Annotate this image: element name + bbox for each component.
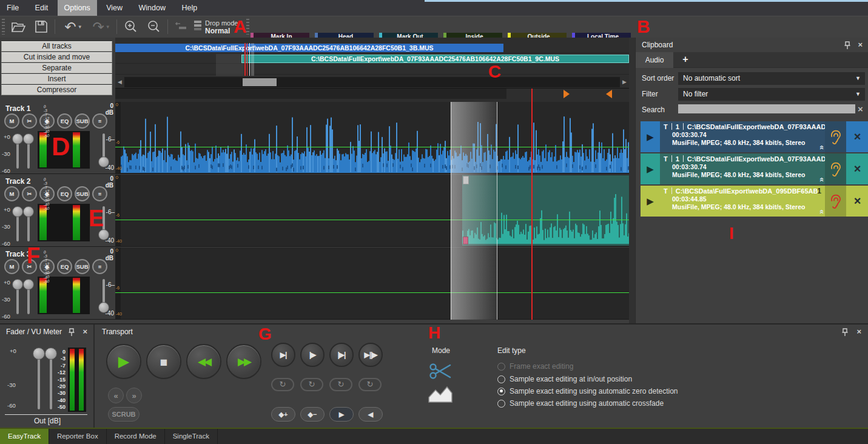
gain-slider-knob[interactable] <box>12 133 23 144</box>
sub-button[interactable]: SUB <box>75 113 90 129</box>
toolbar-grip[interactable] <box>246 19 249 35</box>
zoom-out-button[interactable] <box>144 18 164 36</box>
remove-item-button[interactable]: × <box>846 153 868 184</box>
radio-sample-exact-zero-detect[interactable]: Sample exact editing using automatic zer… <box>497 386 678 397</box>
add-marker-button[interactable]: ◆+ <box>271 407 295 422</box>
mark-in-flag[interactable] <box>564 90 570 98</box>
radio-sample-exact-crossfade[interactable]: Sample exact editing using automatic cro… <box>497 398 664 409</box>
skip-back-button[interactable]: « <box>108 388 124 403</box>
close-icon[interactable]: × <box>858 40 863 49</box>
add-tab-button[interactable]: + <box>675 52 696 68</box>
sort-order-select[interactable]: No automatic sort ▼ <box>678 72 865 85</box>
play-between-marks-button[interactable]: |▶| <box>329 343 354 367</box>
mute-button[interactable]: M <box>4 259 19 274</box>
play-item-button[interactable]: ▶ <box>641 121 660 152</box>
clipboard-item[interactable]: ▶ TC:\BCSData\FullExport\webDA_095DBF65A… <box>641 186 868 217</box>
menu-file[interactable]: File <box>0 0 25 16</box>
rewind-button[interactable]: ◀◀ <box>186 344 221 379</box>
overview-viewport[interactable] <box>216 54 244 76</box>
fast-forward-button[interactable]: ▶▶ <box>226 344 261 379</box>
clipboard-item-body[interactable]: T1C:\BCSData\FullExport\webDA_07F93AAADC… <box>660 121 825 152</box>
sub-button[interactable]: SUB <box>75 186 90 201</box>
menu-window[interactable]: Window <box>132 0 172 16</box>
overview-playhead[interactable] <box>244 43 246 76</box>
output-fader-left[interactable] <box>38 354 40 409</box>
tab-singletrack[interactable]: SingleTrack <box>165 429 218 444</box>
eq-button[interactable]: EQ <box>57 259 72 274</box>
playhead-cursor[interactable] <box>531 89 533 320</box>
skip-forward-button[interactable]: » <box>126 388 142 403</box>
prev-marker-button[interactable]: ◀ <box>358 407 383 422</box>
scrollbar-thumb[interactable] <box>243 78 277 86</box>
eq-button[interactable]: EQ <box>57 113 72 129</box>
pan-slider-knob[interactable] <box>23 133 34 144</box>
scrub-button[interactable]: SCRUB <box>108 407 140 422</box>
play-over-cut-button[interactable]: ▶||▶ <box>358 343 383 367</box>
track-3-lane[interactable]: 0 -6 -40 <box>115 247 629 319</box>
mark-out-flag[interactable] <box>606 90 612 98</box>
horizontal-scrollbar[interactable]: ◀ ▶ <box>115 77 629 87</box>
menu-help[interactable]: Help <box>175 0 204 16</box>
track-2-lane[interactable]: 0 -6 -40 <box>115 175 629 246</box>
sub-button[interactable]: SUB <box>75 259 90 274</box>
loop-button-2[interactable]: ↻ <box>300 378 323 391</box>
undo-button[interactable]: ↶▼ <box>61 18 86 36</box>
collapse-chevron-icon[interactable]: « <box>817 177 825 181</box>
overview-clip-track1[interactable]: C:\BCSData\FullExport\webDA_07F93AAADC25… <box>115 44 503 52</box>
toolbar-grip[interactable] <box>2 19 5 35</box>
zoom-in-button[interactable] <box>121 18 141 36</box>
mute-button[interactable]: M <box>4 186 19 201</box>
pin-icon[interactable] <box>68 328 76 337</box>
collapse-chevron-icon[interactable]: « <box>817 209 825 213</box>
stop-button[interactable]: ■ <box>146 344 181 379</box>
pin-icon[interactable] <box>844 41 852 50</box>
tab-easytrack[interactable]: EasyTrack <box>0 429 49 444</box>
track-scroll-gutter[interactable] <box>629 38 635 323</box>
redo-button[interactable]: ↷▼ <box>89 18 114 36</box>
remove-item-button[interactable]: × <box>846 121 868 152</box>
gain-slider-knob[interactable] <box>12 279 23 290</box>
next-marker-button[interactable]: ▶ <box>329 407 354 422</box>
prelisten-button[interactable] <box>825 186 846 217</box>
mute-button[interactable]: M <box>4 113 19 129</box>
play-button[interactable]: ▶ <box>106 344 141 379</box>
track-1-lane[interactable]: 0 -6 -40 <box>115 102 629 173</box>
radio-sample-exact-inout[interactable]: Sample exact editing at in/out position <box>497 374 632 385</box>
pan-slider-knob[interactable] <box>23 206 34 217</box>
cut-scissors-button[interactable]: ✂ <box>22 113 37 129</box>
track1-waveform[interactable] <box>121 102 629 173</box>
prelisten-button[interactable] <box>825 153 846 184</box>
output-fader-knob-left[interactable] <box>33 348 45 360</box>
loop-button-1[interactable]: ↻ <box>271 378 294 391</box>
play-to-mark-button[interactable]: ▶| <box>271 343 295 367</box>
insert-button[interactable]: Insert <box>1 74 112 84</box>
compressor-button[interactable]: Compressor <box>1 85 112 95</box>
cut-scissors-button[interactable]: ✂ <box>22 186 37 201</box>
project-overview[interactable]: C:\BCSData\FullExport\webDA_07F93AAADC25… <box>115 38 629 102</box>
scroll-left-arrow[interactable]: ◀ <box>115 77 124 87</box>
timeline-ruler[interactable] <box>115 88 629 99</box>
gain-slider-knob[interactable] <box>12 206 23 217</box>
close-icon[interactable]: × <box>82 327 87 336</box>
clipboard-item-body[interactable]: T1C:\BCSData\FullExport\webDA_07F93AAADC… <box>660 153 825 184</box>
envelope-mode-button[interactable] <box>428 385 453 407</box>
pan-slider-knob[interactable] <box>23 279 34 290</box>
cut-inside-and-move-button[interactable]: Cut inside and move <box>1 52 112 62</box>
play-item-button[interactable]: ▶ <box>641 186 660 217</box>
menu-edit[interactable]: Edit <box>29 0 55 16</box>
save-button[interactable] <box>32 18 51 36</box>
tab-record-mode[interactable]: Record Mode <box>107 429 165 444</box>
menu-options[interactable]: Options <box>58 0 97 16</box>
open-file-button[interactable] <box>8 18 28 36</box>
output-fader-right[interactable] <box>50 354 52 409</box>
filter-select[interactable]: No filter ▼ <box>678 88 865 101</box>
remove-item-button[interactable]: × <box>846 186 868 217</box>
play-from-mark-button[interactable]: |▶ <box>300 343 325 367</box>
all-tracks-button[interactable]: All tracks <box>1 41 112 52</box>
search-input[interactable] <box>678 104 855 113</box>
time-selection-region[interactable] <box>451 102 497 320</box>
scroll-right-arrow[interactable]: ▶ <box>620 77 629 87</box>
eq-button[interactable]: EQ <box>57 186 72 201</box>
tab-reporter-box[interactable]: Reporter Box <box>49 429 107 444</box>
loop-button-4[interactable]: ↻ <box>358 378 382 391</box>
